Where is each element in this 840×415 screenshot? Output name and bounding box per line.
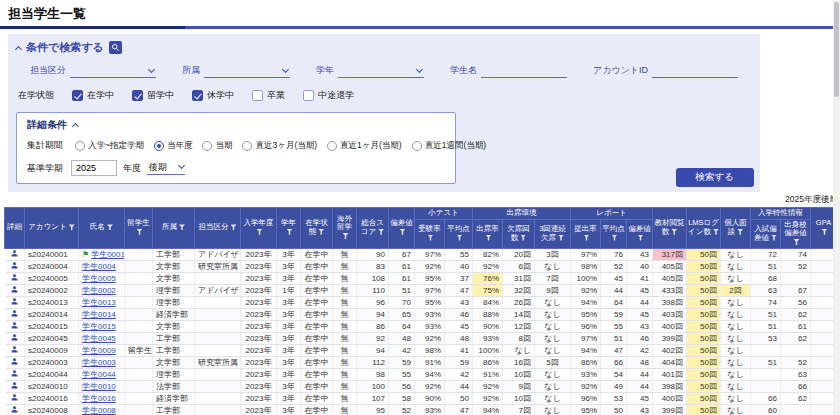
filter-icon[interactable] [400,229,406,235]
col-quiz-rate[interactable]: 受験率 [415,219,445,248]
student-name-link[interactable]: 学生0003 [82,358,116,367]
status-checkbox[interactable]: 留学中 [132,89,174,102]
filter-icon[interactable] [713,229,719,235]
search-field-input[interactable] [338,65,424,78]
filter-icon[interactable] [257,229,263,235]
filter-icon[interactable] [737,229,743,235]
student-detail-icon[interactable] [10,249,19,258]
filter-icon[interactable] [287,229,293,235]
student-detail-icon[interactable] [10,297,19,306]
filter-icon[interactable] [771,235,777,241]
student-name-link[interactable]: 学生0005 [82,274,116,283]
student-detail-icon[interactable] [10,381,19,390]
filter-icon[interactable] [137,229,143,235]
filter-icon[interactable] [231,224,237,230]
student-name-link[interactable]: 学生0001 [91,250,124,259]
detail-conditions-toggle[interactable]: 詳細条件 [27,118,445,132]
student-detail-icon[interactable] [10,285,19,294]
student-detail-icon[interactable] [10,321,19,330]
status-checkbox[interactable]: 休学中 [192,89,234,102]
filter-icon[interactable] [378,229,384,235]
col-dept[interactable]: 所属 [153,208,195,249]
student-name-link[interactable]: 学生0044 [82,370,116,379]
base-term-select[interactable]: 後期 [147,161,185,175]
search-field-input[interactable] [481,65,567,78]
col-att-rate[interactable]: 出席率 [473,219,503,248]
col-adm-dev[interactable]: 入試偏差値 [751,219,781,248]
filter-icon[interactable] [107,224,113,230]
scrollbar-thumb[interactable] [834,2,839,97]
search-field-input[interactable] [70,65,156,78]
filter-icon[interactable] [822,229,828,235]
student-detail-icon[interactable] [10,357,19,366]
filter-icon[interactable] [179,224,185,230]
col-rep-avg[interactable]: 平均点 [601,219,627,248]
col-hs-dev[interactable]: 出身校偏差値 [781,219,811,248]
search-button[interactable]: 検索する [676,168,754,187]
student-detail-icon[interactable] [10,405,19,414]
col-status[interactable]: 在学状態 [301,208,333,249]
col-rep-dev[interactable]: 偏差値 [627,219,653,248]
search-conditions-toggle[interactable]: 条件で検索する [16,40,752,55]
col-intl[interactable]: 留学生 [125,208,153,249]
student-name-link[interactable]: 学生0010 [82,382,116,391]
student-name-link[interactable]: 学生0015 [82,322,116,331]
student-name-link[interactable]: 学生0013 [82,298,116,307]
period-radio[interactable]: 当年度 [154,140,193,152]
status-checkbox[interactable]: 卒業 [252,89,285,102]
col-quiz-avg[interactable]: 平均点 [445,219,473,248]
col-name[interactable]: 氏名 [79,208,125,249]
student-detail-icon[interactable] [10,345,19,354]
col-score[interactable]: 総合スコア [357,208,389,249]
filter-icon[interactable] [486,235,492,241]
period-radio[interactable]: 当期 [202,140,232,152]
student-name-link[interactable]: 学生0014 [82,310,116,319]
status-checkbox[interactable]: 在学中 [72,89,114,102]
col-material[interactable]: 教材閲覧数 [653,208,687,249]
student-detail-icon[interactable] [10,333,19,342]
col-lms[interactable]: LMSログイン数 [687,208,721,249]
period-radio[interactable]: 入学~指定学期 [75,140,144,152]
filter-icon[interactable] [69,224,75,230]
filter-icon[interactable] [584,235,590,241]
col-abroad[interactable]: 海外留学 [333,208,357,249]
student-detail-icon[interactable] [10,261,19,270]
col-admission[interactable]: 入学年度 [241,208,277,249]
student-detail-icon[interactable] [10,273,19,282]
status-checkbox[interactable]: 中途退学 [303,89,354,102]
student-name-link[interactable]: 学生0008 [82,406,116,415]
filter-icon[interactable] [794,239,800,245]
filter-icon[interactable] [520,235,526,241]
filter-icon[interactable] [457,235,463,241]
filter-icon[interactable] [671,229,677,235]
filter-icon[interactable] [428,235,434,241]
vertical-scrollbar[interactable] [833,0,840,415]
student-name-link[interactable]: 学生0002 [82,286,116,295]
filter-icon[interactable] [612,235,618,241]
col-account[interactable]: アカウント [25,208,79,249]
filter-icon[interactable] [638,235,644,241]
filter-icon[interactable] [558,235,564,241]
filter-icon[interactable] [343,233,349,239]
col-dev[interactable]: 偏差値 [389,208,415,249]
student-detail-icon[interactable] [10,369,19,378]
base-year-input[interactable] [71,160,117,176]
period-radio[interactable]: 直近1週間(当期) [412,140,486,152]
search-field-input[interactable] [652,65,738,78]
student-name-link[interactable]: 学生0016 [82,394,116,403]
student-name-link[interactable]: 学生0004 [82,262,116,271]
search-field-input[interactable] [204,65,290,78]
col-rep-rate[interactable]: 提出率 [571,219,601,248]
student-detail-icon[interactable] [10,393,19,402]
student-detail-icon[interactable] [10,309,19,318]
student-name-link[interactable]: 学生0009 [82,346,116,355]
col-interview[interactable]: 個人面談 [721,208,751,249]
period-radio[interactable]: 直近3ヶ月(当期) [242,140,317,152]
student-name-link[interactable]: 学生0045 [82,334,116,343]
filter-icon[interactable] [318,229,324,235]
col-att-streak[interactable]: 3回連続欠席 [535,219,571,248]
col-role[interactable]: 担当区分 [195,208,241,249]
col-att-absent[interactable]: 欠席回数 [503,219,535,248]
col-grade[interactable]: 学年 [277,208,301,249]
period-radio[interactable]: 直近1ヶ月(当期) [327,140,402,152]
